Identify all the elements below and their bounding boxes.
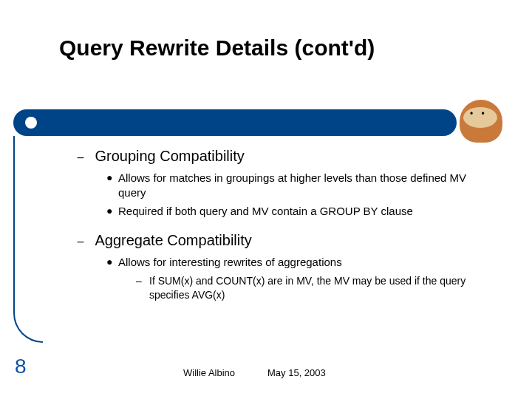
dash-icon: – xyxy=(74,151,87,164)
bullet-text: Required if both query and MV contain a … xyxy=(118,204,495,219)
bullet-icon: ● xyxy=(106,171,118,201)
section-heading-text: Grouping Compatibility xyxy=(95,148,244,164)
bullet-list-grouping: ● Allows for matches in groupings at hig… xyxy=(106,171,495,219)
bullet-icon: ● xyxy=(106,255,118,270)
sub-list-item: – If SUM(x) and COUNT(x) are in MV, the … xyxy=(136,274,495,302)
dash-icon: – xyxy=(136,274,149,302)
list-item: ● Allows for matches in groupings at hig… xyxy=(106,171,495,201)
footer-author: Willie Albino xyxy=(183,367,235,378)
bullet-list-aggregate: ● Allows for interesting rewrites of agg… xyxy=(106,255,495,302)
slide-title: Query Rewrite Details (cont'd) xyxy=(59,35,375,61)
footer-date: May 15, 2003 xyxy=(267,367,326,378)
decorative-ribbon-tail xyxy=(13,136,43,343)
dash-icon: – xyxy=(74,235,87,248)
list-item: ● Required if both query and MV contain … xyxy=(106,204,495,219)
section-heading-text: Aggregate Compatibility xyxy=(95,232,251,248)
decorative-ribbon xyxy=(13,109,457,136)
slide-body: – Grouping Compatibility ● Allows for ma… xyxy=(74,148,495,316)
section-heading-aggregate: – Aggregate Compatibility xyxy=(74,232,495,249)
cartoon-character-icon xyxy=(460,100,502,143)
bullet-text: Allows for matches in groupings at highe… xyxy=(118,171,495,201)
bullet-icon: ● xyxy=(106,204,118,219)
list-item: ● Allows for interesting rewrites of agg… xyxy=(106,255,495,270)
sub-bullet-text: If SUM(x) and COUNT(x) are in MV, the MV… xyxy=(149,274,495,302)
section-heading-grouping: – Grouping Compatibility xyxy=(74,148,495,165)
bullet-text: Allows for interesting rewrites of aggre… xyxy=(118,255,495,270)
slide-number: 8 xyxy=(15,355,27,378)
